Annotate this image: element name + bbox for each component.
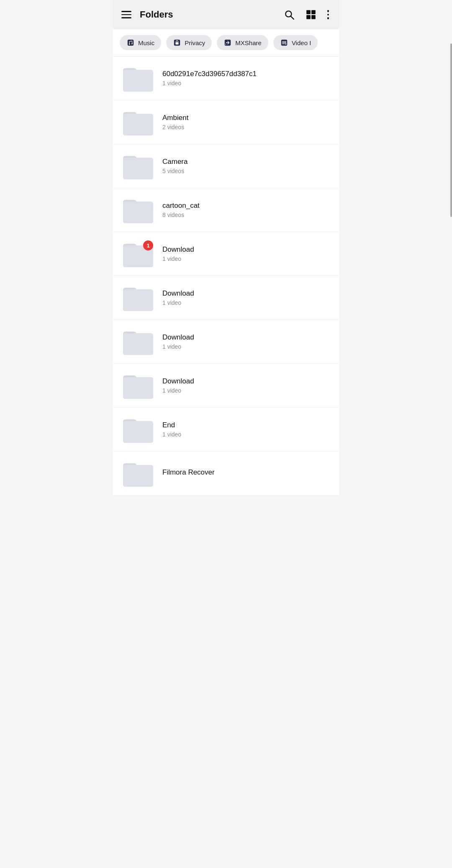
chip-video-label: Video I bbox=[292, 39, 311, 46]
list-item[interactable]: Download1 video bbox=[113, 320, 339, 364]
svg-line-1 bbox=[290, 16, 293, 19]
header: Folders bbox=[113, 0, 339, 29]
folder-icon-wrap bbox=[121, 63, 155, 93]
search-icon bbox=[284, 9, 295, 20]
folder-info: Camera5 videos bbox=[162, 158, 331, 174]
more-options-button[interactable] bbox=[326, 8, 331, 21]
folder-icon-wrap bbox=[121, 414, 155, 444]
filter-chips-row: MusicPrivacyMXShareVideo I bbox=[113, 29, 339, 56]
svg-rect-4 bbox=[306, 15, 311, 19]
folder-info: 60d0291e7c3d39657dd387c11 video bbox=[162, 70, 331, 87]
page-title: Folders bbox=[140, 9, 173, 20]
chip-music-label: Music bbox=[138, 39, 154, 46]
folder-info: Filmora Recover bbox=[162, 468, 331, 478]
folder-icon-wrap bbox=[121, 327, 155, 357]
folder-info: End1 video bbox=[162, 421, 331, 438]
folder-name: Download bbox=[162, 245, 331, 254]
menu-icon[interactable] bbox=[121, 11, 131, 18]
grid-icon bbox=[306, 9, 316, 20]
list-item[interactable]: Download1 video bbox=[113, 276, 339, 320]
header-left: Folders bbox=[121, 9, 173, 20]
list-item[interactable]: Filmora Recover bbox=[113, 452, 339, 495]
chip-video[interactable]: Video I bbox=[273, 35, 318, 50]
svg-rect-3 bbox=[311, 10, 316, 14]
svg-rect-5 bbox=[311, 15, 316, 19]
folder-info: Download1 video bbox=[162, 377, 331, 394]
folder-name: End bbox=[162, 421, 331, 429]
folder-count: 1 video bbox=[162, 299, 331, 306]
list-item[interactable]: Ambient2 videos bbox=[113, 100, 339, 144]
folder-badge: 1 bbox=[143, 240, 153, 250]
grid-view-button[interactable] bbox=[304, 8, 318, 22]
folder-list: 60d0291e7c3d39657dd387c11 video Ambient2… bbox=[113, 56, 339, 495]
folder-icon-wrap bbox=[121, 283, 155, 313]
list-item[interactable]: cartoon_cat8 videos bbox=[113, 188, 339, 232]
search-button[interactable] bbox=[282, 8, 296, 22]
folder-count: 1 video bbox=[162, 255, 331, 262]
folder-shape bbox=[121, 195, 155, 223]
folder-info: Download1 video bbox=[162, 289, 331, 306]
folder-shape bbox=[121, 327, 155, 355]
folder-shape bbox=[121, 458, 155, 487]
folder-icon-wrap bbox=[121, 370, 155, 401]
folder-count: 2 videos bbox=[162, 124, 331, 130]
chip-music-icon bbox=[126, 38, 135, 47]
folder-count: 1 video bbox=[162, 80, 331, 87]
list-item[interactable]: Camera5 videos bbox=[113, 144, 339, 188]
chip-privacy-icon bbox=[173, 38, 181, 47]
more-dots-icon bbox=[327, 10, 329, 19]
folder-shape bbox=[121, 63, 155, 92]
folder-name: 60d0291e7c3d39657dd387c1 bbox=[162, 70, 331, 78]
folder-name: Download bbox=[162, 333, 331, 342]
folder-icon-wrap bbox=[121, 107, 155, 137]
svg-point-8 bbox=[131, 43, 133, 44]
folder-shape bbox=[121, 107, 155, 135]
folder-name: Camera bbox=[162, 158, 331, 166]
folder-name: cartoon_cat bbox=[162, 202, 331, 210]
folder-icon-wrap bbox=[121, 458, 155, 488]
folder-name: Filmora Recover bbox=[162, 468, 331, 477]
folder-count: 8 videos bbox=[162, 212, 331, 218]
chip-mxshare[interactable]: MXShare bbox=[217, 35, 268, 50]
folder-icon-wrap: 1 bbox=[121, 239, 155, 269]
folder-shape bbox=[121, 151, 155, 179]
folder-shape bbox=[121, 370, 155, 399]
chip-mxshare-label: MXShare bbox=[235, 39, 262, 46]
header-icons bbox=[282, 8, 331, 22]
folder-info: cartoon_cat8 videos bbox=[162, 202, 331, 218]
chip-privacy-label: Privacy bbox=[185, 39, 205, 46]
folder-name: Download bbox=[162, 289, 331, 298]
folder-shape bbox=[121, 414, 155, 443]
folder-count: 1 video bbox=[162, 343, 331, 350]
list-item[interactable]: Download1 video bbox=[113, 364, 339, 408]
chip-video-icon bbox=[280, 38, 288, 47]
chip-music[interactable]: Music bbox=[120, 35, 161, 50]
folder-name: Download bbox=[162, 377, 331, 385]
svg-point-7 bbox=[129, 43, 130, 45]
folder-name: Ambient bbox=[162, 114, 331, 122]
folder-icon-wrap bbox=[121, 195, 155, 225]
folder-count: 1 video bbox=[162, 431, 331, 438]
folder-count: 1 video bbox=[162, 387, 331, 394]
svg-rect-2 bbox=[306, 10, 311, 14]
folder-count: 5 videos bbox=[162, 168, 331, 174]
chip-mxshare-icon bbox=[223, 38, 232, 47]
list-item[interactable]: End1 video bbox=[113, 408, 339, 452]
svg-rect-10 bbox=[176, 42, 179, 44]
folder-shape bbox=[121, 283, 155, 311]
folder-info: Download1 video bbox=[162, 333, 331, 350]
folder-icon-wrap bbox=[121, 151, 155, 181]
list-item[interactable]: 60d0291e7c3d39657dd387c11 video bbox=[113, 56, 339, 100]
svg-rect-6 bbox=[128, 40, 134, 46]
folder-info: Download1 video bbox=[162, 245, 331, 262]
list-item[interactable]: 1Download1 video bbox=[113, 232, 339, 276]
folder-info: Ambient2 videos bbox=[162, 114, 331, 130]
chip-privacy[interactable]: Privacy bbox=[166, 35, 212, 50]
